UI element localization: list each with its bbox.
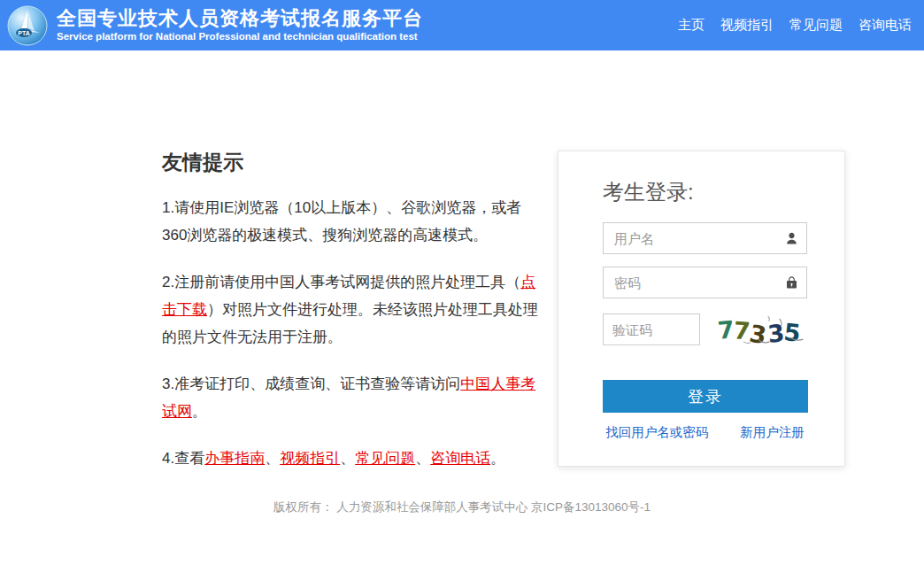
brand: PTA 全国专业技术人员资格考试报名服务平台 Service platform … xyxy=(0,5,423,46)
register-link[interactable]: 新用户注册 xyxy=(740,424,805,441)
tips-section: 友情提示 1.请使用IE浏览器（10以上版本）、谷歌浏览器，或者360浏览器的极… xyxy=(162,149,544,491)
tips-title: 友情提示 xyxy=(162,149,544,176)
nav-phone[interactable]: 咨询电话 xyxy=(859,17,912,34)
svg-text:PTA: PTA xyxy=(18,30,29,36)
tip-text: 4.查看 xyxy=(162,450,204,467)
tip-text: 、 xyxy=(415,450,430,467)
video-guide-link[interactable]: 视频指引 xyxy=(280,450,340,467)
page: PTA 全国专业技术人员资格考试报名服务平台 Service platform … xyxy=(0,0,924,565)
header-nav: 主页 视频指引 常见问题 咨询电话 xyxy=(678,17,924,34)
tip-text: 。 xyxy=(490,450,505,467)
captcha-input[interactable] xyxy=(603,313,700,345)
tip-text: 1.请使用IE浏览器（10以上版本）、谷歌浏览器，或者360浏览器的极速模式、搜… xyxy=(162,199,521,244)
login-button[interactable]: 登录 xyxy=(603,380,808,413)
captcha-digit: 3 xyxy=(748,321,768,347)
tip-item-2: 2.注册前请使用中国人事考试网提供的照片处理工具（点击下载）对照片文件进行处理。… xyxy=(162,268,544,351)
site-title: 全国专业技术人员资格考试报名服务平台 xyxy=(57,7,423,30)
recover-account-link[interactable]: 找回用户名或密码 xyxy=(605,424,708,441)
nav-home[interactable]: 主页 xyxy=(678,17,705,34)
tip-text: 3.准考证打印、成绩查询、证书查验等请访问 xyxy=(162,375,460,392)
tip-text: 2.注册前请使用中国人事考试网提供的照片处理工具（ xyxy=(162,274,520,290)
site-titles: 全国专业技术人员资格考试报名服务平台 Service platform for … xyxy=(57,7,423,43)
footer: 版权所有： 人力资源和社会保障部人事考试中心 京ICP备13013060号-1 xyxy=(0,499,924,515)
nav-faq[interactable]: 常见问题 xyxy=(789,17,843,34)
lock-icon xyxy=(784,275,799,290)
tip-item-4: 4.查看办事指南、视频指引、常见问题、咨询电话。 xyxy=(162,445,544,472)
captcha-image[interactable]: 7 7 3 3 5 xyxy=(711,311,807,348)
captcha-field-wrap xyxy=(603,313,700,345)
tip-text: ）对照片文件进行处理。未经该照片处理工具处理的照片文件无法用于注册。 xyxy=(162,301,538,345)
captcha-digit: 5 xyxy=(782,320,802,345)
tip-text: 、 xyxy=(265,450,280,467)
login-links: 找回用户名或密码 新用户注册 xyxy=(603,424,807,441)
guide-link[interactable]: 办事指南 xyxy=(204,450,265,467)
user-icon xyxy=(784,231,799,246)
copyright-text: 版权所有： 人力资源和社会保障部人事考试中心 京ICP备13013060号-1 xyxy=(273,500,651,514)
login-card: 考生登录: 7 7 3 3 5 xyxy=(558,151,845,467)
tip-text: 。 xyxy=(192,403,207,420)
site-subtitle: Service platform for National Profession… xyxy=(57,30,423,43)
password-field-wrap xyxy=(603,267,807,298)
password-input[interactable] xyxy=(603,267,807,298)
pta-logo-icon: PTA xyxy=(7,5,48,46)
captcha-row: 7 7 3 3 5 xyxy=(603,311,807,348)
username-input[interactable] xyxy=(603,222,807,254)
tip-item-3: 3.准考证打印、成绩查询、证书查验等请访问中国人事考试网。 xyxy=(162,370,544,425)
tip-item-1: 1.请使用IE浏览器（10以上版本）、谷歌浏览器，或者360浏览器的极速模式、搜… xyxy=(162,194,544,249)
nav-video-guide[interactable]: 视频指引 xyxy=(720,17,774,34)
header: PTA 全国专业技术人员资格考试报名服务平台 Service platform … xyxy=(0,0,924,50)
tip-text: 、 xyxy=(340,450,355,467)
faq-link[interactable]: 常见问题 xyxy=(355,450,415,467)
login-title: 考生登录: xyxy=(603,178,807,206)
username-field-wrap xyxy=(603,222,807,254)
phone-link[interactable]: 咨询电话 xyxy=(430,450,490,467)
